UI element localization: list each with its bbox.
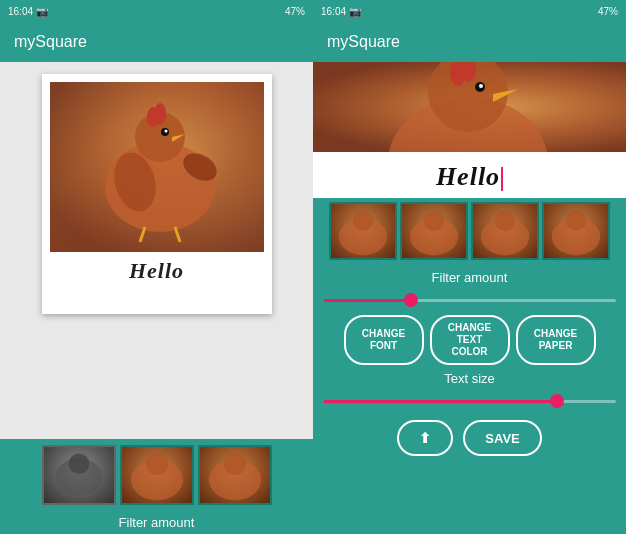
right-thumb-4[interactable] — [542, 202, 610, 260]
right-thumbnail-row — [313, 198, 626, 264]
left-time: 16:04 — [8, 6, 33, 17]
right-thumb-1[interactable] — [329, 202, 397, 260]
svg-point-6 — [164, 130, 167, 133]
right-time: 16:04 — [321, 6, 346, 17]
filter-slider-track — [323, 299, 616, 302]
right-app-bar: mySquare — [313, 22, 626, 62]
text-size-slider-fill — [323, 400, 557, 403]
left-status-bar: 16:04 📷 47% — [0, 0, 313, 22]
text-size-label: Text size — [444, 371, 495, 386]
save-button[interactable]: SAVE — [463, 420, 541, 456]
svg-point-23 — [479, 84, 483, 88]
share-icon: ⬆ — [419, 430, 431, 446]
left-app-bar: mySquare — [0, 22, 313, 62]
right-app-title: mySquare — [327, 33, 400, 51]
left-thumbnail-row — [0, 439, 313, 511]
controls-area: Filter amount CHANGEFONT CHANGE TEXTCOLO… — [313, 264, 626, 534]
left-battery: 47% — [285, 6, 305, 17]
right-thumb-3[interactable] — [471, 202, 539, 260]
share-button[interactable]: ⬆ — [397, 420, 453, 456]
left-main-area: Hello — [0, 62, 313, 439]
change-font-button[interactable]: CHANGEFONT — [344, 315, 424, 365]
left-phone: 16:04 📷 47% mySquare — [0, 0, 313, 534]
right-phone-content: Hello — [313, 62, 626, 534]
polaroid-text: Hello — [50, 258, 264, 284]
svg-point-4 — [154, 103, 166, 125]
right-thumb-2[interactable] — [400, 202, 468, 260]
left-thumb-3[interactable] — [198, 445, 272, 505]
svg-point-14 — [145, 453, 167, 475]
right-status-bar: 16:04 📷 47% — [313, 0, 626, 22]
filter-slider-container[interactable] — [323, 291, 616, 309]
text-cursor — [501, 167, 503, 191]
bottom-action-row: ⬆ SAVE — [397, 416, 541, 460]
change-paper-button[interactable]: CHANGEPAPER — [516, 315, 596, 365]
svg-point-31 — [566, 211, 586, 231]
right-top-area: Hello — [313, 62, 626, 198]
svg-point-29 — [495, 211, 515, 231]
chicken-image-large — [50, 82, 264, 252]
text-size-slider-thumb[interactable] — [550, 394, 564, 408]
right-status-left: 16:04 📷 — [321, 6, 361, 17]
left-thumb-1[interactable] — [42, 445, 116, 505]
button-row: CHANGEFONT CHANGE TEXTCOLOR CHANGEPAPER — [323, 315, 616, 365]
right-status-icons: 📷 — [349, 6, 361, 17]
filter-slider-thumb[interactable] — [404, 293, 418, 307]
left-status-left: 16:04 📷 — [8, 6, 48, 17]
right-battery: 47% — [598, 6, 618, 17]
left-thumb-2[interactable] — [120, 445, 194, 505]
svg-point-12 — [68, 454, 89, 475]
filter-slider-fill — [323, 299, 411, 302]
left-phone-content: Hello — [0, 62, 313, 534]
right-status-right: 47% — [598, 6, 618, 17]
left-status-icons: 📷 — [36, 6, 48, 17]
left-filter-label: Filter amount — [0, 511, 313, 534]
chicken-svg-large — [80, 92, 240, 242]
right-image-strip — [313, 62, 626, 152]
text-size-slider-container[interactable] — [323, 392, 616, 410]
left-app-title: mySquare — [14, 33, 87, 51]
polaroid-frame: Hello — [42, 74, 272, 314]
hello-text-right[interactable]: Hello — [436, 162, 503, 192]
filter-amount-label: Filter amount — [432, 270, 508, 285]
text-size-slider-track — [323, 400, 616, 403]
right-phone: 16:04 📷 47% mySquare — [313, 0, 626, 534]
change-text-color-button[interactable]: CHANGE TEXTCOLOR — [430, 315, 510, 365]
svg-point-27 — [424, 211, 444, 231]
svg-point-25 — [353, 211, 373, 231]
left-status-right: 47% — [285, 6, 305, 17]
svg-point-16 — [223, 453, 245, 475]
